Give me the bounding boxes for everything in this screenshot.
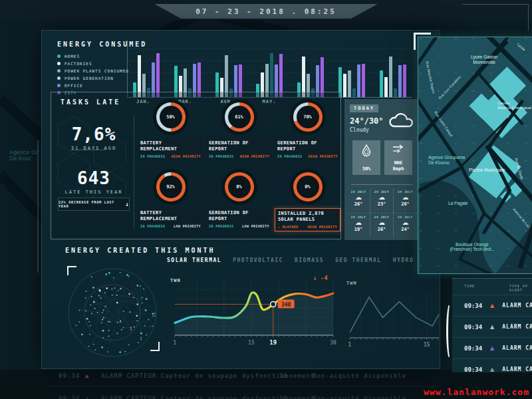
gauge-ring-outer: 61%	[221, 99, 257, 135]
bar[interactable]	[362, 64, 365, 97]
tasks-late-panel: TASKS LATE 7,6% 31 DAYS AGO 643 LATE THI…	[51, 92, 341, 239]
forecast-cloud-icon: ☁	[370, 194, 393, 201]
gauge-ring-outer: 92%	[153, 169, 189, 205]
task-gauge: 50%BATTERY REMPLACEMENTIN PROGRESSHIGH P…	[138, 96, 203, 166]
gauge-ring-outer: 0%	[221, 169, 257, 205]
background-alert-cell: 09:34	[59, 372, 80, 379]
gauge-ring-outer: 50%	[153, 99, 189, 135]
task-status: IN PROGRESS	[140, 224, 166, 228]
gauge-ring: 0%	[225, 172, 254, 201]
legend-item: HOMES	[57, 54, 129, 59]
tab-photovoltaic[interactable]: PHOTOVOLTAIC	[233, 257, 283, 263]
secondary-chart[interactable]: 115	[344, 275, 442, 355]
bar[interactable]	[279, 54, 283, 97]
wind-icon	[392, 144, 405, 154]
gauge-ring: 61%	[225, 102, 254, 132]
alert-row[interactable]: 09:34▲ALARM CAPTEUR	[452, 316, 532, 337]
task-card[interactable]: INSTALLED 2,870 SOLAR PANELS⚠ BLOCKEDHIG…	[275, 208, 340, 231]
alert-type-label: ALARM CAPTEUR	[502, 303, 532, 309]
task-priority: HIGH PRIORITY	[172, 154, 201, 158]
legend-dot	[57, 69, 61, 72]
late-count-caption: LATE THIS YEAR	[57, 190, 131, 195]
watermark: www.lanlanwork.com	[424, 387, 529, 397]
bar[interactable]	[321, 57, 324, 97]
wind-speed: 8mph	[393, 166, 404, 172]
main-dashboard-panel: ENERGY CONSUMED HOMESFACTORIESPOWER PLAN…	[41, 30, 440, 369]
legend-dot	[57, 55, 61, 58]
forecast-temp: 24°	[394, 227, 417, 232]
task-card[interactable]: GERENATION OF REPORTIN PROGRESSHIGH PRIO…	[275, 138, 340, 160]
bar[interactable]	[394, 88, 397, 97]
bar[interactable]	[343, 74, 346, 97]
task-gauge: 70%GERENATION OF REPORTIN PROGRESSHIGH P…	[275, 96, 340, 166]
bar-group	[297, 49, 324, 97]
network-sphere	[62, 265, 163, 364]
legend-dot	[57, 62, 61, 65]
bar[interactable]	[156, 53, 160, 97]
gauge-percent: 0%	[297, 176, 319, 198]
svg-text:Piscine Municipale: Piscine Municipale	[469, 168, 505, 173]
alert-type-label: ALARM CAPTEUR	[502, 324, 532, 330]
forecast-temp: 20°	[394, 201, 417, 207]
late-count: 643	[57, 168, 131, 188]
task-card[interactable]: GERENATION OF REPORTIN PROGRESSHIGH PRIO…	[206, 138, 272, 160]
bar[interactable]	[138, 55, 141, 97]
forecast-cloud-icon: ☁	[394, 194, 417, 201]
bar[interactable]	[225, 55, 228, 97]
tab-solar-thermal[interactable]: SOLAR THERMAL	[167, 257, 221, 263]
task-card[interactable]: BATTERY REMPLACEMENTIN PROGRESSLOW PRIOR…	[138, 208, 203, 230]
task-priority: HIGH PRIORITY	[308, 225, 337, 229]
city-map[interactable]: Lycée GastonMonnervilleCentreMédico-Chir…	[418, 37, 532, 274]
cloud-icon	[388, 111, 414, 130]
task-card[interactable]: BATTERY REMPLACEMENTIN PROGRESSHIGH PRIO…	[138, 138, 203, 160]
gauge-ring: 50%	[156, 102, 186, 132]
wind-direction: NNE	[394, 160, 403, 166]
bar[interactable]	[384, 77, 388, 97]
today-badge: TODAY	[350, 104, 378, 112]
task-status: IN PROGRESS	[140, 154, 166, 158]
tab-biomass[interactable]: BIOMASS	[295, 257, 324, 263]
bar[interactable]	[403, 65, 406, 97]
left-scrollbar[interactable]	[37, 140, 39, 273]
humidity-tile: 30%	[352, 140, 380, 175]
alert-row[interactable]: 09:34▲ALARM CAPTEUR	[452, 358, 532, 372]
bar[interactable]	[380, 70, 383, 97]
bar[interactable]	[357, 65, 360, 97]
legend-item: POWER GENERATION	[57, 76, 129, 80]
task-card[interactable]: GERENATION OF REPORTIN PROGRESSLOW PRIOR…	[206, 208, 272, 230]
decrease-note[interactable]: 22% DECREASE FROM LAST YEAR ↓	[58, 198, 130, 211]
solar-thermal-chart[interactable]: 1151930340	[168, 275, 338, 355]
bar[interactable]	[302, 57, 305, 97]
task-status: IN PROGRESS	[277, 154, 303, 158]
bar[interactable]	[389, 57, 392, 97]
task-status-row: IN PROGRESSHIGH PRIORITY	[277, 154, 338, 158]
alert-type-label: ALARM CAPTEUR	[502, 366, 532, 372]
bar[interactable]	[348, 70, 351, 97]
background-alert-row[interactable]: 09:34▲ALARM CAPTEURCapteur de soupape dy…	[0, 372, 532, 382]
alert-severity-icon: ▲	[490, 324, 494, 330]
main-chart-plot: 1151930340	[174, 281, 336, 346]
energy-bar-chart[interactable]	[127, 40, 412, 97]
alert-row[interactable]: 09:34▲ALARM CAPTEUR	[452, 295, 532, 316]
tab-geo-thermal[interactable]: GEO THERMAL	[335, 257, 381, 263]
legend-item: FACTORIES	[57, 61, 129, 66]
task-gauge: 0%INSTALLED 2,870 SOLAR PANELS⚠ BLOCKEDH…	[275, 166, 340, 237]
alerts-bracket	[446, 303, 454, 360]
bar[interactable]	[270, 53, 273, 97]
datetime-bar: 07 - 23 - 2018 . 08:25	[154, 4, 378, 19]
bar[interactable]	[398, 65, 402, 97]
alert-row[interactable]: 09:34▲ALARM CAPTEUR	[452, 337, 532, 358]
svg-text:15: 15	[424, 342, 430, 348]
gauge-percent: 50%	[160, 106, 182, 128]
task-gauges-grid: 50%BATTERY REMPLACEMENTIN PROGRESSHIGH P…	[138, 96, 338, 237]
alert-time: 09:34	[464, 324, 482, 331]
forecast-temp: 26°	[370, 227, 393, 232]
task-title: INSTALLED 2,870 SOLAR PANELS	[278, 211, 337, 223]
legend-item: POWER PLANTS CONSUMED	[57, 68, 129, 73]
alerts-col-time: TIME	[464, 284, 475, 292]
tab-hydro[interactable]: HYDRO	[393, 257, 414, 263]
bar[interactable]	[352, 88, 356, 97]
task-status-row: IN PROGRESSHIGH PRIORITY	[140, 154, 201, 158]
forecast-cloud-icon: ☁	[347, 194, 370, 201]
forecast-cloud-icon: ☁	[370, 219, 393, 227]
